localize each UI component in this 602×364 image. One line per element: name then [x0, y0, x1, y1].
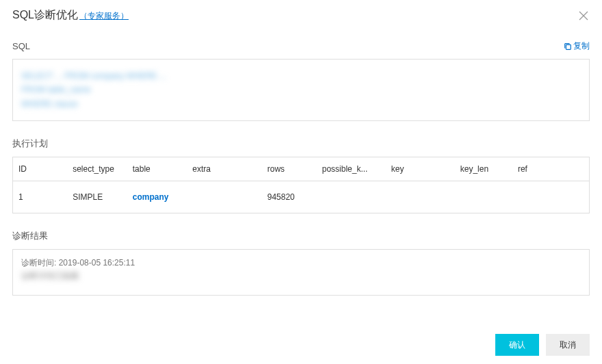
plan-section-header: 执行计划: [12, 138, 590, 150]
sql-line-2: FROM table_name: [21, 83, 581, 96]
diagnosis-time-value: 2019-08-05 16:25:11: [59, 258, 135, 268]
expert-service-link[interactable]: （专家服务）: [79, 10, 129, 22]
cell-possible-keys: [317, 181, 386, 213]
copy-button[interactable]: 复制: [564, 40, 590, 52]
modal-title-wrap: SQL诊断优化 （专家服务）: [12, 8, 129, 23]
copy-icon: [564, 42, 572, 51]
cell-rows: 945820: [262, 181, 317, 213]
cancel-button[interactable]: 取消: [546, 334, 590, 356]
modal-footer: 确认 取消: [12, 322, 590, 356]
plan-section-title: 执行计划: [12, 138, 48, 150]
table-header-row: ID select_type table extra rows possible…: [13, 157, 589, 181]
col-key: key: [386, 157, 455, 181]
sql-section-title: SQL: [12, 41, 30, 51]
col-id: ID: [13, 157, 67, 181]
diagnosis-content-box: 诊断时间: 2019-08-05 16:25:11 诊断详情已隐藏: [12, 249, 590, 296]
sql-content-box: SELECT ... FROM company WHERE ... FROM t…: [12, 59, 590, 121]
diagnosis-detail-obscured: 诊断详情已隐藏: [21, 270, 581, 283]
sql-line-1: SELECT ... FROM company WHERE ...: [21, 69, 581, 83]
col-key-len: key_len: [455, 157, 512, 181]
table-row: 1 SIMPLE company 945820: [13, 181, 589, 213]
diagnosis-time-line: 诊断时间: 2019-08-05 16:25:11: [21, 257, 581, 270]
diagnosis-section-title: 诊断结果: [12, 230, 48, 242]
col-possible-keys: possible_k...: [317, 157, 386, 181]
col-extra: extra: [187, 157, 261, 181]
col-table: table: [127, 157, 187, 181]
modal-header: SQL诊断优化 （专家服务）: [12, 8, 590, 27]
col-ref: ref: [512, 157, 589, 181]
cell-id: 1: [13, 181, 67, 213]
cell-extra: [187, 181, 261, 213]
copy-label: 复制: [573, 40, 590, 52]
execution-plan-table: ID select_type table extra rows possible…: [12, 157, 590, 213]
cell-table-link[interactable]: company: [127, 181, 187, 213]
sql-diagnosis-modal: SQL诊断优化 （专家服务） SQL 复制 SELECT ... FROM co…: [0, 0, 602, 364]
col-rows: rows: [262, 157, 317, 181]
cell-ref: [512, 181, 589, 213]
cell-select-type: SIMPLE: [67, 181, 127, 213]
cell-key: [386, 181, 455, 213]
close-button[interactable]: [577, 10, 590, 22]
modal-body: SQL 复制 SELECT ... FROM company WHERE ...…: [12, 27, 590, 322]
modal-title: SQL诊断优化: [12, 8, 78, 23]
cell-key-len: [455, 181, 512, 213]
sql-section-header: SQL 复制: [12, 40, 590, 52]
col-select-type: select_type: [67, 157, 127, 181]
diagnosis-section-header: 诊断结果: [12, 230, 590, 242]
sql-line-3: WHERE clause: [21, 97, 581, 111]
diagnosis-time-label: 诊断时间:: [21, 258, 56, 268]
confirm-button[interactable]: 确认: [495, 334, 539, 356]
close-icon: [579, 11, 588, 21]
svg-rect-2: [566, 44, 571, 49]
